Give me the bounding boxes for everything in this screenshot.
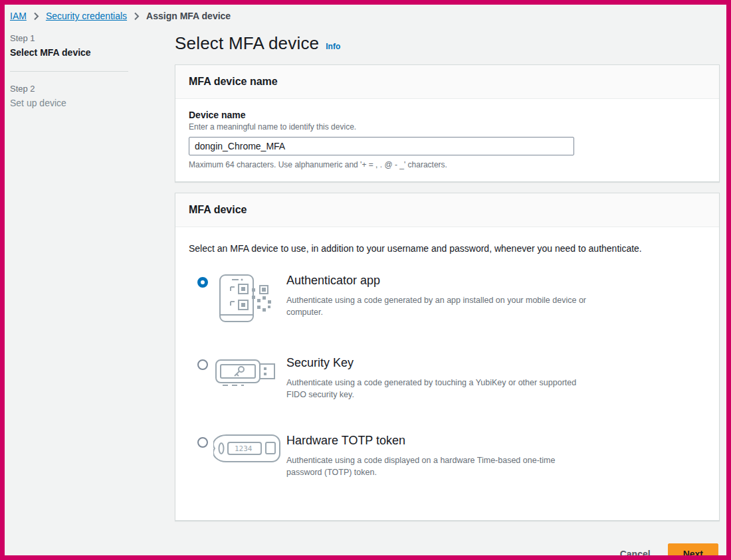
device-name-card-title: MFA device name — [189, 76, 278, 87]
breadcrumb-link-iam[interactable]: IAM — [10, 11, 27, 21]
step-number-label: Step 2 — [10, 84, 161, 94]
main-content: Select MFA device Info MFA device name D… — [175, 24, 726, 560]
chevron-right-icon — [134, 12, 140, 21]
mfa-device-card: MFA device Select an MFA device to use, … — [175, 193, 720, 521]
radio-security-key[interactable] — [197, 359, 208, 370]
breadcrumb-link-security-credentials[interactable]: Security credentials — [46, 11, 127, 21]
option-desc-security-key: Authenticate using a code generated by t… — [286, 377, 592, 401]
steps-sidebar: Step 1 Select MFA device Step 2 Set up d… — [5, 24, 175, 108]
device-name-field-label: Device name — [189, 110, 706, 120]
radio-hardware-totp-token[interactable] — [197, 437, 208, 448]
option-label-security-key: Security Key — [286, 356, 592, 370]
option-label-authenticator-app: Authenticator app — [286, 274, 592, 288]
step-title: Set up device — [10, 98, 161, 108]
cancel-button[interactable]: Cancel — [620, 549, 651, 559]
step-number-label: Step 1 — [10, 33, 161, 43]
svg-text:1234: 1234 — [235, 444, 253, 453]
breadcrumb-current-page: Assign MFA device — [146, 11, 231, 21]
option-authenticator-app[interactable]: Authenticator app Authenticate using a c… — [189, 274, 706, 323]
device-name-field-hint: Enter a meaningful name to identify this… — [189, 122, 706, 132]
usb-security-key-icon — [208, 356, 286, 388]
device-name-input[interactable] — [189, 137, 574, 155]
totp-token-icon: 1234 — [208, 434, 286, 463]
option-security-key[interactable]: Security Key Authenticate using a code g… — [189, 356, 706, 401]
mfa-device-intro-text: Select an MFA device to use, in addition… — [189, 243, 706, 254]
step-divider — [10, 71, 128, 72]
device-name-card: MFA device name Device name Enter a mean… — [175, 64, 720, 182]
wizard-footer: Cancel Next — [175, 531, 720, 560]
radio-authenticator-app[interactable] — [197, 277, 208, 288]
sidebar-step-2[interactable]: Step 2 Set up device — [10, 84, 161, 108]
option-label-hardware-totp-token: Hardware TOTP token — [286, 434, 592, 448]
option-desc-hardware-totp-token: Authenticate using a code displayed on a… — [286, 454, 592, 478]
device-name-constraint-text: Maximum 64 characters. Use alphanumeric … — [189, 160, 706, 169]
breadcrumb: IAM Security credentials Assign MFA devi… — [5, 5, 726, 24]
option-hardware-totp-token[interactable]: 1234 Hardware TOTP token Authenticate us… — [189, 434, 706, 478]
option-desc-authenticator-app: Authenticate using a code generated by a… — [286, 294, 592, 318]
step-title: Select MFA device — [10, 47, 161, 58]
mfa-device-card-header: MFA device — [175, 193, 719, 227]
sidebar-step-1[interactable]: Step 1 Select MFA device — [10, 33, 161, 58]
phone-qr-icon — [208, 274, 286, 323]
mfa-device-card-title: MFA device — [189, 204, 247, 215]
device-name-card-header: MFA device name — [175, 65, 719, 99]
page-title: Select MFA device — [175, 33, 319, 54]
chevron-right-icon — [33, 12, 39, 21]
info-link[interactable]: Info — [326, 42, 340, 51]
next-button[interactable]: Next — [668, 543, 718, 560]
